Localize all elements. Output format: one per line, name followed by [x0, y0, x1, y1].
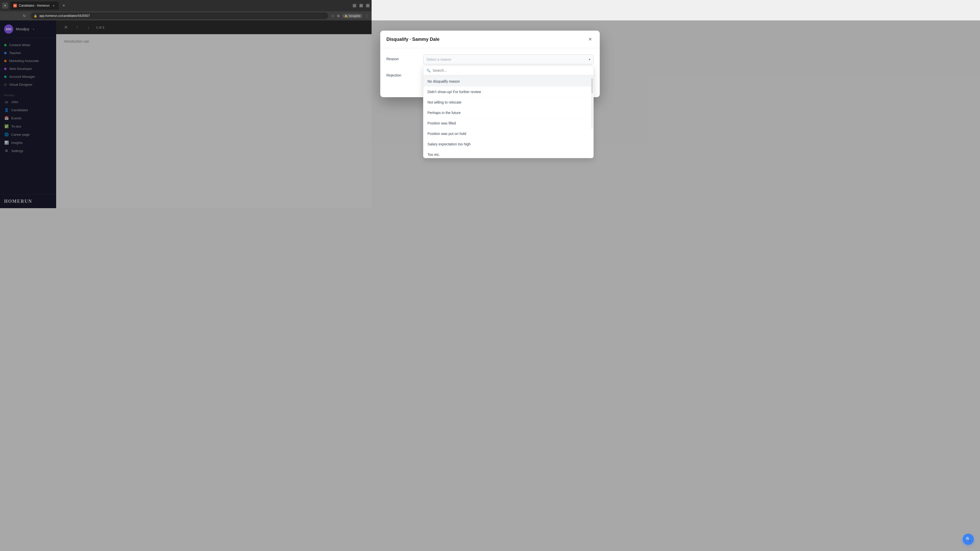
url-text: app.homerun.co/candidates/5425507 — [39, 14, 90, 17]
security-lock-icon: 🔒 — [34, 14, 37, 17]
window-controls: — ⧉ ✕ — [353, 4, 369, 7]
star-icon[interactable]: ☆ — [331, 14, 334, 18]
close-window-button[interactable]: ✕ — [366, 4, 369, 7]
tab-group-button[interactable]: ▾ — [2, 3, 8, 9]
forward-button[interactable]: → — [12, 13, 18, 19]
split-view-icon[interactable]: ⧉ — [337, 14, 340, 18]
new-tab-button[interactable]: + — [61, 3, 67, 9]
menu-icon[interactable]: ⋮ — [365, 14, 369, 18]
tab-favicon: H — [13, 4, 17, 7]
address-bar-actions: ☆ ⧉ 🕵 Incognito ⋮ — [331, 14, 369, 18]
address-bar: ← → ↻ 🔒 app.homerun.co/candidates/542550… — [0, 11, 372, 21]
incognito-icon: 🕵 — [344, 14, 348, 17]
active-tab[interactable]: H Candidates · Homerun ✕ — [10, 2, 59, 10]
tab-close-button[interactable]: ✕ — [52, 3, 56, 8]
tab-title: Candidates · Homerun — [19, 4, 49, 7]
reload-button[interactable]: ↻ — [21, 13, 27, 19]
restore-button[interactable]: ⧉ — [360, 4, 363, 7]
incognito-label: Incognito — [349, 14, 360, 17]
modal-overlay: Disqualify · Sammy Dale ✕ Reason Select … — [0, 21, 372, 208]
url-bar[interactable]: 🔒 app.homerun.co/candidates/5425507 — [30, 13, 328, 19]
browser-chrome: ▾ H Candidates · Homerun ✕ + — ⧉ ✕ — [0, 0, 372, 11]
minimize-button[interactable]: — — [353, 4, 356, 7]
back-button[interactable]: ← — [3, 13, 9, 19]
incognito-badge: 🕵 Incognito — [342, 14, 363, 18]
